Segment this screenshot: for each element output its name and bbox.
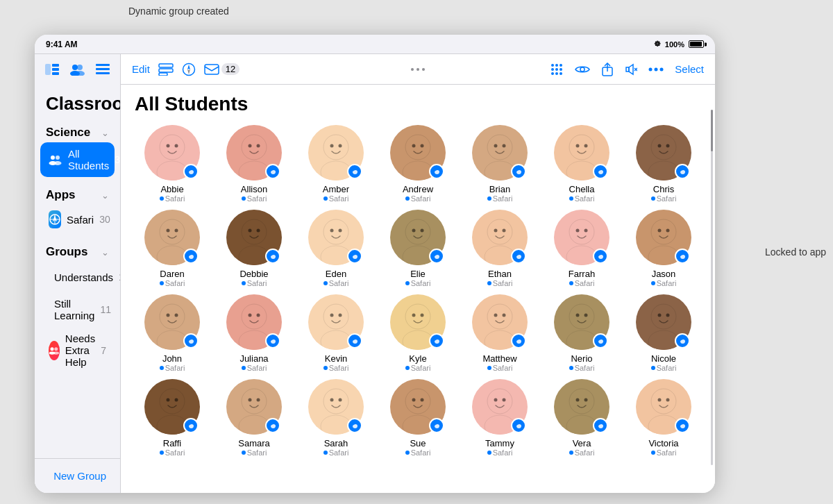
- student-card[interactable]: Juliana Safari: [217, 294, 292, 372]
- student-app: Safari: [405, 279, 431, 287]
- student-card[interactable]: Raffi Safari: [135, 379, 210, 457]
- student-avatar-wrap: [390, 294, 446, 350]
- student-card[interactable]: Daren Safari: [135, 210, 210, 287]
- svg-rect-0: [45, 64, 51, 75]
- new-group-area: New Group: [35, 458, 120, 493]
- sidebar-item-needs-help[interactable]: Needs Extra Help 7: [40, 327, 115, 373]
- share-icon[interactable]: [601, 62, 614, 76]
- student-card[interactable]: Jason Safari: [626, 210, 701, 287]
- more-icon[interactable]: [648, 67, 664, 72]
- svg-point-107: [421, 229, 424, 233]
- student-card[interactable]: John Safari: [135, 294, 210, 372]
- student-app: Safari: [569, 279, 595, 287]
- understands-count: 12: [119, 271, 120, 283]
- app-dot-icon: [323, 451, 328, 455]
- student-card[interactable]: Farrah Safari: [544, 210, 619, 287]
- student-name: Kevin: [325, 353, 348, 364]
- student-name: Nerio: [571, 353, 592, 364]
- student-card[interactable]: Nicole Safari: [626, 294, 701, 372]
- svg-point-186: [576, 398, 580, 402]
- people-icon[interactable]: [68, 60, 86, 79]
- mute-icon[interactable]: [625, 62, 637, 76]
- eye-icon[interactable]: [575, 65, 590, 74]
- student-card[interactable]: Nerio Safari: [544, 294, 619, 372]
- mail-badge[interactable]: 12: [204, 63, 239, 75]
- dynamic-group-callout: Dynamic group created: [128, 6, 229, 17]
- student-card[interactable]: Elie Safari: [380, 210, 455, 287]
- svg-point-119: [651, 219, 676, 244]
- app-dot-icon: [487, 366, 491, 370]
- student-card[interactable]: Samara Safari: [217, 379, 292, 457]
- svg-point-176: [412, 398, 416, 402]
- student-card[interactable]: Brian Safari: [462, 125, 537, 203]
- svg-point-64: [323, 135, 348, 160]
- select-button[interactable]: Select: [675, 63, 704, 75]
- svg-point-92: [175, 229, 178, 233]
- student-card[interactable]: Victoria Safari: [626, 379, 701, 457]
- student-card[interactable]: Eden Safari: [298, 210, 373, 287]
- student-card[interactable]: Chris Safari: [626, 125, 701, 203]
- student-card[interactable]: Sarah Safari: [298, 379, 373, 457]
- student-card[interactable]: Andrew Safari: [380, 125, 455, 203]
- sidebar-item-safari[interactable]: Safari 30: [40, 205, 115, 234]
- svg-point-61: [249, 144, 252, 148]
- sidebar-item-still-learning[interactable]: Still Learning 11: [40, 292, 115, 327]
- student-card[interactable]: Ethan Safari: [462, 210, 537, 287]
- svg-point-112: [503, 229, 506, 233]
- student-avatar-wrap: [144, 294, 200, 350]
- svg-rect-31: [159, 64, 173, 67]
- student-card[interactable]: Sue Safari: [380, 379, 455, 457]
- groups-section-header[interactable]: Groups ⌄: [35, 240, 120, 262]
- svg-point-57: [175, 144, 178, 148]
- svg-point-4: [72, 65, 78, 70]
- compass-icon[interactable]: [182, 62, 196, 76]
- sidebar-item-understands[interactable]: Understands 12: [40, 262, 115, 292]
- svg-rect-32: [159, 69, 173, 72]
- student-card[interactable]: Kyle Safari: [380, 294, 455, 372]
- svg-point-46: [559, 72, 562, 75]
- students-row: Raffi Safari: [135, 379, 701, 457]
- svg-point-157: [666, 314, 670, 317]
- student-card[interactable]: Debbie Safari: [217, 210, 292, 287]
- battery-icon: [689, 40, 704, 48]
- new-group-button[interactable]: New Group: [53, 470, 106, 482]
- safari-count: 30: [99, 214, 110, 225]
- svg-point-126: [167, 314, 170, 317]
- student-card[interactable]: Tammy Safari: [462, 379, 537, 457]
- svg-point-39: [555, 64, 558, 67]
- student-app: Safari: [405, 448, 431, 457]
- apps-section-header[interactable]: Apps ⌄: [35, 183, 120, 205]
- svg-point-66: [330, 144, 334, 148]
- edit-button[interactable]: Edit: [132, 63, 150, 75]
- svg-marker-35: [187, 65, 190, 69]
- app-dot-icon: [405, 196, 410, 201]
- layers-icon[interactable]: [158, 63, 174, 76]
- student-card[interactable]: Abbie Safari: [135, 125, 210, 203]
- app-badge: [347, 249, 362, 264]
- sidebar-toggle-icon[interactable]: [43, 60, 61, 79]
- student-card[interactable]: Amber Safari: [298, 125, 373, 203]
- svg-point-151: [576, 314, 580, 317]
- list-icon[interactable]: [94, 60, 112, 79]
- student-card[interactable]: Vera Safari: [544, 379, 619, 457]
- student-card[interactable]: Allison Safari: [217, 125, 292, 203]
- science-section-header[interactable]: Science ⌄: [35, 120, 120, 142]
- student-card[interactable]: Matthew Safari: [462, 294, 537, 372]
- student-name: Farrah: [569, 269, 595, 279]
- app-dot-icon: [160, 451, 164, 455]
- svg-point-159: [160, 389, 185, 414]
- grid-icon[interactable]: [550, 62, 564, 76]
- app-badge: [675, 164, 690, 179]
- student-app: Safari: [487, 448, 513, 457]
- student-card[interactable]: Chella Safari: [544, 125, 619, 203]
- student-name: Debbie: [239, 269, 268, 279]
- app-badge: [511, 333, 526, 348]
- svg-point-127: [175, 314, 178, 317]
- svg-rect-33: [159, 73, 167, 76]
- student-avatar-wrap: [636, 294, 691, 350]
- content-panel: Edit: [121, 54, 715, 493]
- student-card[interactable]: Kevin Safari: [298, 294, 373, 372]
- svg-point-81: [576, 144, 580, 148]
- sidebar-item-all-students[interactable]: All Students 30: [40, 142, 115, 177]
- svg-point-114: [569, 219, 594, 244]
